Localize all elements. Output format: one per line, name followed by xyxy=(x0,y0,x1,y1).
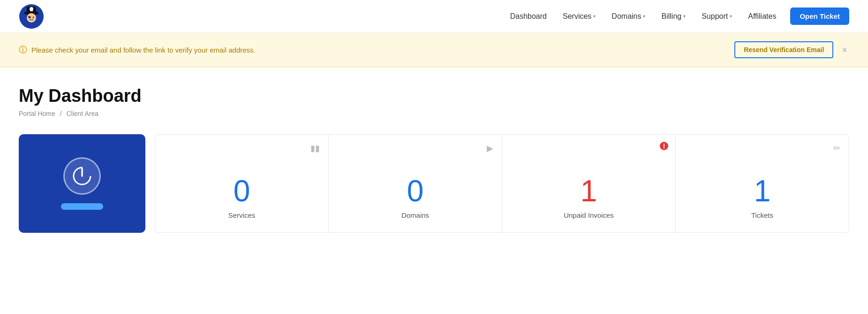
services-chevron-icon: ▾ xyxy=(593,14,596,19)
services-label: Services xyxy=(228,211,256,219)
logo-icon[interactable] xyxy=(19,4,44,29)
alert-warning-icon: ⓘ xyxy=(19,45,27,55)
nav-domains[interactable]: Domains ▾ xyxy=(605,8,652,24)
hero-status-bar xyxy=(61,203,103,210)
svg-point-5 xyxy=(27,13,36,23)
nav-billing[interactable]: Billing ▾ xyxy=(655,8,692,24)
nav-services[interactable]: Services ▾ xyxy=(556,8,602,24)
billing-chevron-icon: ▾ xyxy=(683,14,686,19)
resend-verification-button[interactable]: Resend Verification Email xyxy=(734,41,833,58)
svg-point-14 xyxy=(664,147,664,148)
nav-dashboard[interactable]: Dashboard xyxy=(504,8,553,24)
alert-circle-icon xyxy=(659,141,669,153)
stat-cards: ▮▮ 0 Services ▶ 0 Domains 1 xyxy=(155,134,849,233)
navbar-nav: Dashboard Services ▾ Domains ▾ Billing ▾… xyxy=(504,8,849,25)
services-icon: ▮▮ xyxy=(310,143,320,153)
alert-message-text: Please check your email and follow the l… xyxy=(31,46,256,54)
tickets-label: Tickets xyxy=(751,211,773,219)
nav-affiliates[interactable]: Affiliates xyxy=(741,8,783,24)
page-title: My Dashboard xyxy=(19,86,849,106)
alert-banner: ⓘ Please check your email and follow the… xyxy=(0,33,868,67)
services-count: 0 xyxy=(234,175,250,207)
breadcrumb: Portal Home / Client Area xyxy=(19,110,849,117)
breadcrumb-current: Client Area xyxy=(66,110,98,117)
power-icon xyxy=(63,157,101,195)
stat-card-tickets[interactable]: ✏ 1 Tickets xyxy=(675,134,849,233)
domains-chevron-icon: ▾ xyxy=(643,14,645,19)
stat-card-domains[interactable]: ▶ 0 Domains xyxy=(328,134,502,233)
cards-row: ▮▮ 0 Services ▶ 0 Domains 1 xyxy=(19,134,849,233)
unpaid-invoices-count: 1 xyxy=(581,175,597,207)
stat-card-unpaid-invoices[interactable]: 1 Unpaid Invoices xyxy=(502,134,675,233)
svg-point-7 xyxy=(33,16,34,18)
domains-icon: ▶ xyxy=(487,143,493,153)
close-alert-button[interactable]: × xyxy=(840,45,849,54)
domains-count: 0 xyxy=(407,175,424,207)
alert-actions: Resend Verification Email × xyxy=(734,41,849,58)
support-chevron-icon: ▾ xyxy=(730,14,732,19)
navbar-logo-area xyxy=(19,4,44,29)
unpaid-invoices-label: Unpaid Invoices xyxy=(564,211,614,219)
breadcrumb-home[interactable]: Portal Home xyxy=(19,110,55,117)
navbar: Dashboard Services ▾ Domains ▾ Billing ▾… xyxy=(0,0,868,33)
open-ticket-button[interactable]: Open Ticket xyxy=(790,8,849,25)
nav-support[interactable]: Support ▾ xyxy=(695,8,739,24)
breadcrumb-separator: / xyxy=(60,110,62,117)
tickets-icon: ✏ xyxy=(833,143,840,153)
svg-rect-4 xyxy=(30,10,33,11)
domains-label: Domains xyxy=(401,211,429,219)
alert-message-area: ⓘ Please check your email and follow the… xyxy=(19,45,256,55)
main-content: My Dashboard Portal Home / Client Area ▮… xyxy=(0,67,868,233)
tickets-count: 1 xyxy=(754,175,771,207)
hero-card xyxy=(19,134,145,233)
stat-card-services[interactable]: ▮▮ 0 Services xyxy=(155,134,328,233)
svg-point-8 xyxy=(28,16,31,18)
svg-rect-13 xyxy=(664,144,664,147)
